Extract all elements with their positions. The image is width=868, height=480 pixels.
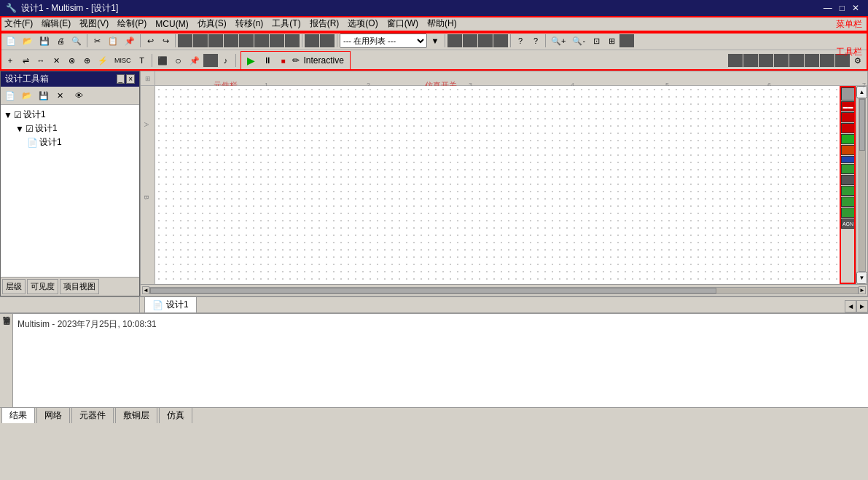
undo-button[interactable]: ↩ <box>143 34 157 48</box>
scroll-down-button[interactable]: ▼ <box>856 272 867 284</box>
output-tab-components[interactable]: 元器件 <box>71 407 114 423</box>
help-btn1[interactable]: ? <box>513 34 528 48</box>
scroll-thumb-v[interactable] <box>859 99 865 151</box>
menu-item-transfer[interactable]: 转移(n) <box>231 16 268 31</box>
draw-btn2[interactable]: ○ <box>171 53 186 68</box>
tree-child1[interactable]: ▼ ☑ 设计1 <box>4 122 136 135</box>
paste-button[interactable]: 📌 <box>122 34 138 48</box>
zoom-btn4[interactable] <box>493 34 508 47</box>
menu-item-mcu[interactable]: MCU(M) <box>151 17 192 31</box>
inst-btn-spec[interactable] <box>841 197 856 207</box>
preview-button[interactable]: 🔍 <box>69 34 85 48</box>
comp-btn1[interactable] <box>178 34 192 47</box>
cut-button[interactable]: ✂ <box>90 34 104 48</box>
toolbox-save-btn[interactable]: 💾 <box>36 88 52 103</box>
zoom-fit-button[interactable]: ⊡ <box>589 34 603 48</box>
toolbox-tab-hierarchy[interactable]: 层级 <box>2 279 26 294</box>
comp-btn4[interactable] <box>224 34 238 47</box>
schematic-canvas[interactable] <box>155 86 840 284</box>
zoom-out-button[interactable]: 🔍- <box>569 34 588 48</box>
minimize-button[interactable]: — <box>821 0 835 16</box>
sim-pause-button[interactable]: ⏸ <box>260 53 275 68</box>
wire-button[interactable]: + <box>3 53 17 68</box>
save-button[interactable]: 💾 <box>36 34 52 48</box>
analysis-btn5[interactable] <box>789 54 804 67</box>
toolbox-tab-project[interactable]: 项目视图 <box>60 279 99 294</box>
comp-btn10[interactable] <box>320 34 335 47</box>
tree-leaf1[interactable]: 📄 设计1 <box>4 135 136 149</box>
misc-button[interactable]: MISC <box>112 53 134 68</box>
inst-btn-iv[interactable] <box>841 156 856 163</box>
draw-btn5[interactable]: ♪ <box>219 53 233 68</box>
tree-root[interactable]: ▼ ☑ 设计1 <box>4 108 136 122</box>
help-btn2[interactable]: ? <box>528 34 543 48</box>
open-button[interactable]: 📂 <box>20 34 36 48</box>
output-tab-network[interactable]: 网络 <box>36 407 70 423</box>
menu-item-report[interactable]: 报告(R) <box>305 16 344 31</box>
inst-btn-fg[interactable] <box>841 112 856 122</box>
tabs-scroll-left-button[interactable]: ◄ <box>845 300 856 312</box>
inst-btn-osc[interactable]: ▬▬ <box>841 101 856 111</box>
inst-btn-agnd[interactable]: AGN <box>841 219 856 229</box>
output-tab-simulation[interactable]: 仿真 <box>159 407 192 423</box>
analysis-btn7[interactable] <box>820 54 834 67</box>
design-tab-1[interactable]: 📄 设计1 <box>144 296 197 312</box>
menu-item-view[interactable]: 视图(V) <box>75 16 113 31</box>
draw-btn1[interactable]: ⬛ <box>155 53 171 68</box>
tree-child-checkbox[interactable]: ☑ <box>26 124 34 134</box>
analysis-btn6[interactable] <box>805 54 819 67</box>
zoom-area-button[interactable]: ⊞ <box>604 34 619 48</box>
close-button[interactable]: ✕ <box>849 0 862 16</box>
scroll-left-button[interactable]: ◄ <box>142 286 149 294</box>
output-tab-results[interactable]: 结果 <box>1 407 35 423</box>
tabs-scroll-right-button[interactable]: ► <box>856 300 868 312</box>
toolbox-close-design-btn[interactable]: ✕ <box>52 88 67 103</box>
tree-checkbox[interactable]: ☑ <box>14 110 22 120</box>
sim-stop-button[interactable]: ■ <box>276 53 291 68</box>
new-button[interactable]: 📄 <box>3 34 19 48</box>
comp-btn2[interactable] <box>193 34 208 47</box>
inst-btn-logic[interactable] <box>841 175 856 185</box>
label-button[interactable]: ⊗ <box>64 53 79 68</box>
analysis-btn3[interactable] <box>759 54 773 67</box>
draw-btn3[interactable]: 📌 <box>187 53 203 68</box>
toolbox-open-btn[interactable]: 📂 <box>19 88 35 103</box>
comp-btn9[interactable] <box>305 34 319 47</box>
power-button[interactable]: ⚡ <box>95 53 111 68</box>
comp-btn7[interactable] <box>270 34 284 47</box>
in-use-dropdown[interactable]: ▼ <box>428 34 442 48</box>
in-use-list[interactable]: --- 在用列表 --- <box>340 34 427 48</box>
menu-item-tools[interactable]: 工具(T) <box>267 16 305 31</box>
menu-item-sim[interactable]: 仿真(S) <box>193 16 231 31</box>
menu-item-draw[interactable]: 绘制(P) <box>113 16 151 31</box>
menu-item-file[interactable]: 文件(F) <box>0 16 37 31</box>
toolbox-new-btn[interactable]: 📄 <box>2 88 18 103</box>
conn-button[interactable]: ↔ <box>34 53 48 68</box>
menu-item-help[interactable]: 帮助(H) <box>423 16 461 31</box>
toolbox-view-btn[interactable]: 👁 <box>71 88 86 103</box>
output-tab-copper[interactable]: 敷铜层 <box>115 407 157 423</box>
zoom-page-button[interactable] <box>619 34 634 47</box>
scroll-right-button[interactable]: ► <box>859 286 866 294</box>
inst-btn-multimeter[interactable] <box>841 87 856 101</box>
toolbox-close-button[interactable]: × <box>126 74 135 84</box>
analysis-btn2[interactable] <box>743 54 758 67</box>
sim-play-button[interactable]: ▶ <box>244 53 259 68</box>
analysis-btn4[interactable] <box>774 54 789 67</box>
comp-btn6[interactable] <box>254 34 269 47</box>
scroll-thumb-h[interactable] <box>150 288 716 294</box>
inst-btn-ps[interactable] <box>841 123 856 133</box>
title-bar-controls[interactable]: — □ ✕ <box>821 0 862 16</box>
inst-btn-net[interactable] <box>841 208 856 218</box>
menu-item-edit[interactable]: 编辑(E) <box>37 16 75 31</box>
toolbox-controls[interactable]: _ × <box>117 74 135 84</box>
draw-btn4[interactable] <box>203 54 218 67</box>
zoom-btn1[interactable] <box>447 34 462 47</box>
inst-btn-distortion[interactable] <box>841 186 856 196</box>
toolbox-min-button[interactable]: _ <box>117 74 125 84</box>
vertical-scrollbar[interactable]: ▲ ▼ <box>856 86 867 284</box>
menu-item-window[interactable]: 窗口(W) <box>383 16 423 31</box>
zoom-btn2[interactable] <box>463 34 477 47</box>
analysis-btn1[interactable] <box>728 54 743 67</box>
maximize-button[interactable]: □ <box>837 0 848 16</box>
